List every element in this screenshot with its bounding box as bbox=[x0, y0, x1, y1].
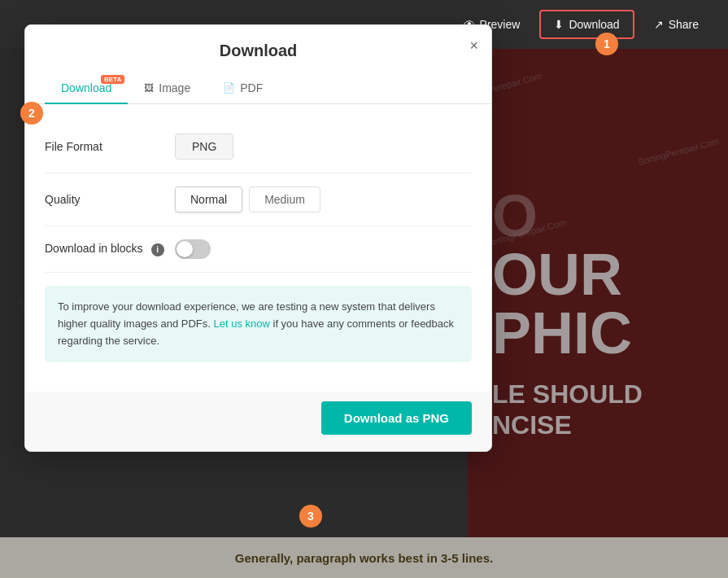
quality-medium-button[interactable]: Medium bbox=[249, 186, 320, 212]
file-format-label: File Format bbox=[45, 140, 175, 153]
png-button[interactable]: PNG bbox=[175, 134, 233, 160]
download-icon: ⬇ bbox=[554, 18, 564, 31]
dialog-tabs: Download BETA 🖼 Image 📄 PDF bbox=[25, 73, 491, 104]
share-button[interactable]: ↗ Share bbox=[641, 11, 712, 37]
dialog-title: Download bbox=[45, 42, 472, 60]
download-blocks-label: Download in blocks i bbox=[45, 242, 175, 256]
let-us-know-link[interactable]: Let us know bbox=[214, 317, 270, 330]
dialog-body: File Format PNG Quality Normal Medium Do… bbox=[25, 104, 491, 392]
file-format-value: PNG bbox=[175, 134, 472, 160]
share-icon: ↗ bbox=[654, 18, 664, 31]
info-box: To improve your download experience, we … bbox=[45, 286, 472, 362]
dialog-footer: Download as PNG bbox=[25, 392, 491, 451]
info-icon[interactable]: i bbox=[151, 243, 164, 256]
quality-normal-button[interactable]: Normal bbox=[175, 186, 242, 212]
download-blocks-row: Download in blocks i bbox=[45, 226, 472, 273]
file-format-row: File Format PNG bbox=[45, 120, 472, 173]
download-blocks-toggle[interactable] bbox=[175, 239, 211, 259]
step-badge-2: 2 bbox=[20, 102, 43, 125]
dialog-header: Download × bbox=[25, 25, 491, 60]
quality-label: Quality bbox=[45, 193, 175, 206]
toggle-thumb bbox=[177, 241, 193, 257]
quality-value: Normal Medium bbox=[175, 186, 472, 212]
tab-image[interactable]: 🖼 Image bbox=[128, 73, 207, 104]
download-as-png-button[interactable]: Download as PNG bbox=[321, 401, 472, 435]
download-toolbar-button[interactable]: ⬇ Download bbox=[539, 10, 634, 39]
tab-download[interactable]: Download BETA bbox=[45, 73, 128, 104]
download-dialog: Download × Download BETA 🖼 Image 📄 PDF F… bbox=[24, 24, 492, 452]
quality-row: Quality Normal Medium bbox=[45, 173, 472, 226]
toggle-value bbox=[175, 239, 472, 259]
image-icon: 🖼 bbox=[144, 82, 154, 94]
step-badge-3: 3 bbox=[299, 505, 322, 528]
step-badge-1: 1 bbox=[595, 33, 618, 55]
close-button[interactable]: × bbox=[469, 38, 478, 53]
beta-badge: BETA bbox=[101, 75, 124, 84]
pdf-icon: 📄 bbox=[223, 82, 235, 94]
tab-pdf[interactable]: 📄 PDF bbox=[207, 73, 279, 104]
